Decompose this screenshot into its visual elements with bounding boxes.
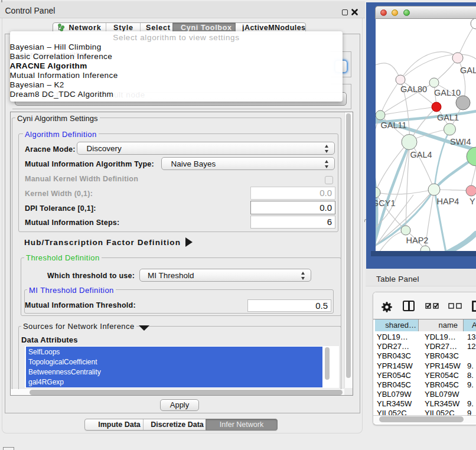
svg-text:Y: Y [470,197,475,206]
svg-text:GAL80: GAL80 [400,84,427,94]
svg-text:HAP2: HAP2 [406,236,429,245]
svg-text:SWI4: SWI4 [450,137,471,146]
svg-text:GAL10: GAL10 [434,88,461,97]
svg-text:GAL: GAL [460,66,476,75]
svg-text:GAL1: GAL1 [437,113,459,122]
svg-text:GCY1: GCY1 [376,198,396,208]
svg-text:GAL4: GAL4 [410,150,432,159]
svg-text:GAL11: GAL11 [381,120,407,130]
svg-text:HAP4: HAP4 [437,197,459,206]
